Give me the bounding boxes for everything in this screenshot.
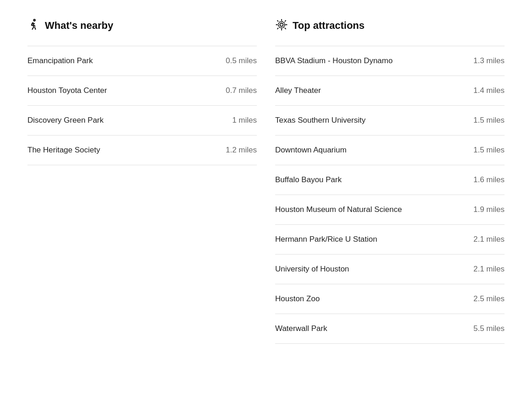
- attraction-item-name: Texas Southern University: [275, 116, 365, 125]
- nearby-item-distance: 0.7 miles: [226, 86, 257, 95]
- attraction-item: Waterwall Park 5.5 miles: [275, 314, 505, 344]
- nearby-item: Houston Toyota Center 0.7 miles: [27, 76, 257, 106]
- attraction-item-distance: 1.5 miles: [473, 146, 505, 155]
- attraction-item: Texas Southern University 1.5 miles: [275, 106, 505, 136]
- attraction-item-name: Waterwall Park: [275, 324, 327, 333]
- svg-point-1: [280, 23, 283, 27]
- svg-point-0: [33, 19, 35, 21]
- nearby-item: The Heritage Society 1.2 miles: [27, 136, 257, 165]
- attractions-icon: [275, 18, 288, 33]
- page-container: What's nearby Emancipation Park 0.5 mile…: [0, 0, 532, 362]
- attraction-item-distance: 1.6 miles: [473, 175, 505, 184]
- attraction-item-name: Houston Museum of Natural Science: [275, 205, 402, 214]
- nearby-item-name: Discovery Green Park: [27, 116, 103, 125]
- attractions-header: Top attractions: [275, 18, 505, 33]
- nearby-header: What's nearby: [27, 18, 257, 33]
- attraction-item-name: Alley Theater: [275, 86, 321, 95]
- attraction-item-distance: 5.5 miles: [473, 324, 505, 333]
- attraction-item-distance: 1.9 miles: [473, 205, 505, 214]
- attraction-item-name: Downtown Aquarium: [275, 146, 347, 155]
- svg-point-2: [278, 22, 285, 28]
- attraction-item: Alley Theater 1.4 miles: [275, 76, 505, 106]
- nearby-item: Discovery Green Park 1 miles: [27, 106, 257, 136]
- attraction-item-distance: 2.1 miles: [473, 265, 505, 274]
- nearby-item-name: The Heritage Society: [27, 146, 100, 155]
- attractions-section: Top attractions BBVA Stadium - Houston D…: [275, 18, 505, 344]
- nearby-item: Emancipation Park 0.5 miles: [27, 46, 257, 76]
- attraction-item-distance: 1.4 miles: [473, 86, 505, 95]
- attraction-item-distance: 1.5 miles: [473, 116, 505, 125]
- nearby-item-distance: 0.5 miles: [226, 56, 257, 65]
- attractions-list: BBVA Stadium - Houston Dynamo 1.3 miles …: [275, 46, 505, 344]
- nearby-title: What's nearby: [45, 20, 114, 32]
- attraction-item-name: BBVA Stadium - Houston Dynamo: [275, 56, 393, 65]
- nearby-list: Emancipation Park 0.5 miles Houston Toyo…: [27, 46, 257, 165]
- attraction-item: Hermann Park/Rice U Station 2.1 miles: [275, 225, 505, 255]
- nearby-item-name: Houston Toyota Center: [27, 86, 107, 95]
- attraction-item-name: University of Houston: [275, 265, 349, 274]
- nearby-item-distance: 1 miles: [232, 116, 257, 125]
- nearby-item-name: Emancipation Park: [27, 56, 93, 65]
- attraction-item-name: Houston Zoo: [275, 294, 320, 304]
- nearby-section: What's nearby Emancipation Park 0.5 mile…: [27, 18, 257, 344]
- walk-icon: [27, 18, 40, 33]
- attraction-item: Houston Museum of Natural Science 1.9 mi…: [275, 195, 505, 225]
- attraction-item-distance: 1.3 miles: [473, 56, 505, 65]
- nearby-item-distance: 1.2 miles: [226, 146, 257, 155]
- attraction-item-name: Buffalo Bayou Park: [275, 175, 342, 184]
- attraction-item: Buffalo Bayou Park 1.6 miles: [275, 165, 505, 195]
- attraction-item: Houston Zoo 2.5 miles: [275, 284, 505, 314]
- attraction-item: Downtown Aquarium 1.5 miles: [275, 136, 505, 165]
- attractions-title: Top attractions: [293, 20, 364, 32]
- attraction-item: University of Houston 2.1 miles: [275, 255, 505, 284]
- attraction-item: BBVA Stadium - Houston Dynamo 1.3 miles: [275, 46, 505, 76]
- attraction-item-distance: 2.1 miles: [473, 235, 505, 244]
- attraction-item-distance: 2.5 miles: [473, 294, 505, 304]
- attraction-item-name: Hermann Park/Rice U Station: [275, 235, 377, 244]
